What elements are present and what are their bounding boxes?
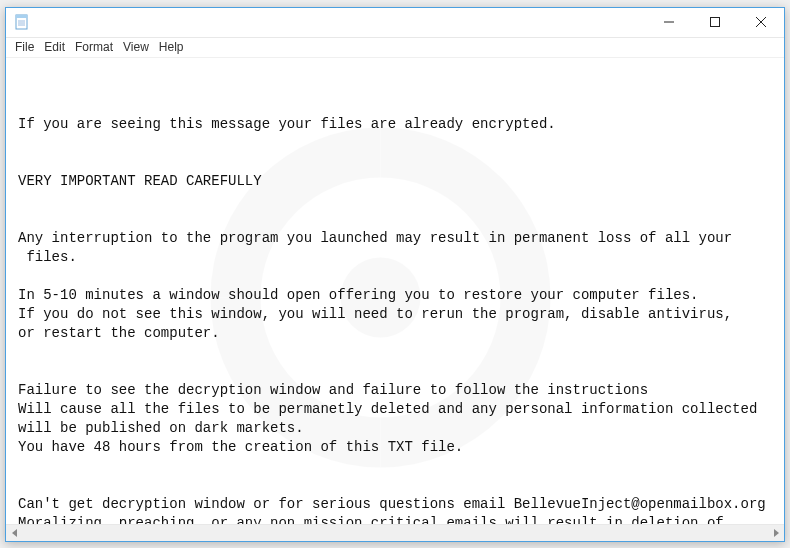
svg-line-7 — [756, 17, 766, 27]
titlebar[interactable] — [6, 8, 784, 38]
menu-help[interactable]: Help — [154, 39, 189, 55]
line: Will cause all the files to be permanetl… — [18, 401, 757, 417]
maximize-button[interactable] — [692, 8, 738, 37]
line: Moralizing, preaching, or any non missio… — [18, 515, 724, 524]
menubar: File Edit Format View Help — [6, 38, 784, 58]
document-text: If you are seeing this message your file… — [18, 115, 772, 524]
minimize-button[interactable] — [646, 8, 692, 37]
menu-edit[interactable]: Edit — [39, 39, 70, 55]
line: or restart the computer. — [18, 325, 220, 341]
line: Failure to see the decryption window and… — [18, 382, 648, 398]
scroll-left-arrow[interactable] — [6, 524, 23, 541]
menu-file[interactable]: File — [10, 39, 39, 55]
svg-marker-10 — [12, 529, 17, 537]
horizontal-scrollbar[interactable] — [6, 524, 784, 541]
line: Any interruption to the program you laun… — [18, 230, 732, 246]
line: In 5-10 minutes a window should open off… — [18, 287, 699, 303]
window-controls — [646, 8, 784, 37]
line: If you do not see this window, you will … — [18, 306, 732, 322]
close-button[interactable] — [738, 8, 784, 37]
menu-view[interactable]: View — [118, 39, 154, 55]
svg-marker-11 — [774, 529, 779, 537]
text-area[interactable]: If you are seeing this message your file… — [6, 58, 784, 524]
line: Can't get decryption window or for serio… — [18, 496, 766, 512]
svg-rect-1 — [16, 15, 27, 18]
line: will be published on dark markets. — [18, 420, 304, 436]
line: If you are seeing this message your file… — [18, 116, 556, 132]
notepad-window: File Edit Format View Help If you are se… — [5, 7, 785, 542]
svg-rect-6 — [711, 18, 720, 27]
svg-line-8 — [756, 17, 766, 27]
line: VERY IMPORTANT READ CAREFULLY — [18, 173, 262, 189]
menu-format[interactable]: Format — [70, 39, 118, 55]
line: files. — [18, 249, 77, 265]
line: You have 48 hours from the creation of t… — [18, 439, 463, 455]
notepad-icon — [14, 14, 30, 30]
scroll-right-arrow[interactable] — [767, 524, 784, 541]
